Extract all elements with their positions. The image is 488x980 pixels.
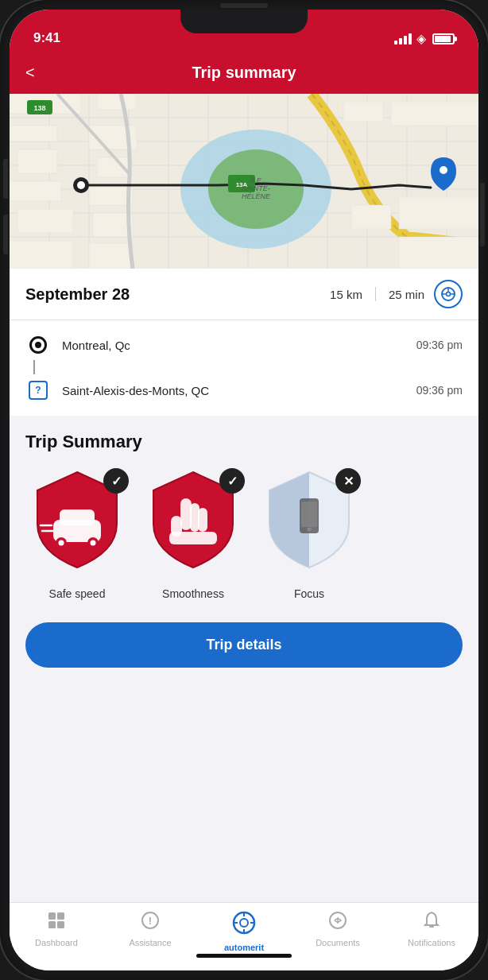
svg-rect-33 (391, 102, 478, 126)
phone-frame: 9:41 ◈ < Trip summary (0, 0, 488, 980)
shield-focus-wrap: ✕ (258, 468, 361, 579)
svg-rect-62 (198, 508, 207, 532)
status-icons: ◈ (394, 31, 455, 46)
assistance-label: Assistance (129, 938, 171, 947)
dashboard-label: Dashboard (35, 938, 78, 947)
svg-point-57 (91, 540, 96, 546)
svg-point-68 (308, 528, 312, 532)
phone-screen: 9:41 ◈ < Trip summary (10, 10, 478, 970)
trip-date: September 28 (25, 285, 330, 304)
svg-point-41 (440, 166, 447, 174)
dashboard-icon (47, 911, 66, 935)
top-button (220, 3, 268, 8)
automerit-label: automerit (224, 943, 264, 952)
svg-rect-20 (17, 149, 57, 173)
svg-rect-36 (399, 237, 478, 269)
svg-point-55 (59, 540, 64, 546)
signal-icon (394, 33, 412, 45)
documents-icon (328, 911, 347, 935)
route-connector-line (33, 360, 35, 374)
trip-distance: 15 km (330, 288, 362, 301)
svg-rect-70 (57, 912, 64, 920)
origin-icon-wrap (25, 336, 51, 354)
smoothness-badge: ✓ (219, 468, 245, 494)
origin-name: Montreal, Qc (62, 339, 405, 352)
assistance-icon: ! (141, 911, 160, 935)
shield-smoothness: ✓ Smoothness (141, 468, 245, 600)
map-view: 138 13A ÎLE SAINTE- HÉLÈNE (10, 94, 478, 269)
shield-safe-speed: ✓ Safe speed (25, 468, 129, 600)
svg-point-76 (240, 919, 248, 927)
notifications-label: Notifications (408, 938, 455, 947)
safe-speed-badge: ✓ (103, 468, 129, 494)
battery-icon (432, 33, 455, 45)
svg-rect-34 (351, 205, 391, 229)
nav-notifications[interactable]: Notifications (385, 911, 478, 947)
svg-rect-72 (57, 921, 64, 928)
svg-rect-29 (89, 243, 133, 269)
svg-rect-21 (10, 181, 61, 201)
nav-dashboard[interactable]: Dashboard (10, 911, 103, 947)
focus-badge: ✕ (335, 468, 361, 494)
summary-section: Trip Summary (10, 416, 478, 902)
trip-duration: 25 min (389, 288, 424, 301)
svg-text:HÉLÈNE: HÉLÈNE (242, 192, 271, 200)
volume-down-button (3, 215, 8, 254)
svg-rect-24 (97, 94, 137, 110)
dest-name: Saint-Alexis-des-Monts, QC (62, 384, 405, 397)
back-button[interactable]: < (25, 64, 35, 82)
svg-rect-71 (48, 921, 56, 928)
header: < Trip summary (10, 51, 478, 94)
nav-automerit[interactable]: automerit (197, 911, 291, 952)
wifi-icon: ◈ (416, 31, 426, 46)
svg-text:SAINTE-: SAINTE- (242, 184, 270, 192)
route-dest-item: ? Saint-Alexis-des-Monts, QC 09:36 pm (25, 376, 463, 405)
svg-rect-22 (17, 209, 73, 233)
trip-stats: 15 km 25 min (330, 280, 463, 308)
svg-rect-53 (60, 509, 95, 525)
automerit-icon (232, 911, 256, 939)
svg-point-48 (447, 292, 451, 296)
shields-row: ✓ Safe speed (25, 468, 463, 600)
shield-safe-speed-wrap: ✓ (25, 468, 129, 579)
steering-icon (434, 280, 463, 308)
page-title: Trip summary (192, 64, 296, 82)
status-time: 9:41 (33, 30, 60, 46)
svg-rect-69 (48, 912, 56, 920)
shield-focus: ✕ Focus (258, 468, 361, 600)
svg-rect-60 (180, 498, 192, 530)
svg-rect-64 (169, 532, 217, 544)
nav-assistance[interactable]: ! Assistance (103, 911, 197, 947)
focus-label: Focus (294, 587, 324, 600)
power-button (480, 183, 485, 246)
bottom-nav: Dashboard ! Assistance (10, 902, 478, 970)
trip-details-button[interactable]: Trip details (25, 622, 463, 668)
route-container: Montreal, Qc 09:36 pm ? Saint-Alexis-des… (10, 320, 478, 416)
svg-point-40 (77, 181, 85, 189)
origin-time: 09:36 pm (416, 339, 463, 351)
volume-up-button (3, 159, 8, 199)
svg-rect-32 (343, 102, 383, 122)
svg-text:138: 138 (33, 104, 45, 112)
stats-divider (375, 287, 376, 301)
svg-rect-35 (399, 197, 478, 229)
safe-speed-label: Safe speed (49, 587, 106, 600)
nav-documents[interactable]: Documents (291, 911, 385, 947)
dest-time: 09:36 pm (416, 384, 463, 397)
shield-smoothness-wrap: ✓ (141, 468, 245, 579)
trip-info-row: September 28 15 km 25 min (10, 269, 478, 320)
documents-label: Documents (316, 938, 360, 947)
dest-icon-wrap: ? (25, 381, 51, 400)
origin-dot (29, 336, 47, 354)
home-indicator (196, 954, 292, 958)
svg-text:ÎLE: ÎLE (250, 176, 262, 184)
svg-rect-27 (89, 185, 133, 205)
notch (180, 10, 308, 33)
svg-rect-19 (10, 126, 57, 141)
smoothness-label: Smoothness (162, 587, 224, 600)
notifications-icon (422, 911, 441, 935)
svg-text:!: ! (149, 915, 152, 927)
route-origin-item: Montreal, Qc 09:36 pm (25, 331, 463, 358)
svg-rect-23 (10, 241, 73, 269)
dest-dot: ? (29, 381, 48, 400)
